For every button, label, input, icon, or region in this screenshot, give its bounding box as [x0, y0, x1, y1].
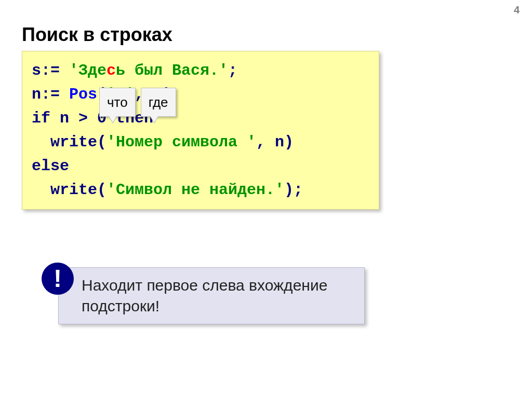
note-box: Находит первое слева вхождение подстроки…	[58, 267, 365, 324]
callout-where: где	[141, 88, 176, 117]
callouts-row: что где	[99, 88, 176, 117]
code-highlight-char: с	[107, 62, 116, 79]
page-number: 4	[514, 4, 520, 16]
code-string: 'Символ не найден.'	[107, 181, 284, 199]
code-text: ;	[228, 62, 237, 79]
code-line-5: write('Номер символа ', n)	[32, 130, 369, 154]
code-line-3: n:= Pos('с', s)	[32, 83, 369, 106]
code-text: write(	[32, 181, 107, 199]
exclamation-icon: !	[42, 263, 74, 295]
code-line-6: else	[32, 154, 369, 178]
callout-what: что	[99, 88, 136, 117]
code-text: );	[284, 181, 303, 199]
note-line-1: Находит первое слева вхождение	[82, 277, 327, 294]
code-text: write(	[32, 133, 107, 151]
code-text: , n)	[256, 133, 294, 151]
code-string: 'Номер символа '	[107, 133, 256, 151]
code-line-1: s:= 'Здeсь был Вася.';	[32, 59, 369, 83]
page-title: Поиск в строках	[22, 24, 172, 46]
code-string: 'Здe	[69, 62, 107, 79]
code-line-7: write('Символ не найден.');	[32, 178, 369, 202]
code-line-4: if n > 0 then	[32, 106, 369, 130]
code-text: n:=	[32, 86, 69, 103]
code-text: s:=	[32, 62, 69, 79]
note-line-2: подстроки!	[82, 297, 159, 314]
code-function: Pos	[69, 86, 97, 103]
code-string: ь был Вася.'	[116, 62, 228, 79]
code-block: s:= 'Здeсь был Вася.'; n:= Pos('с', s) i…	[22, 51, 379, 210]
